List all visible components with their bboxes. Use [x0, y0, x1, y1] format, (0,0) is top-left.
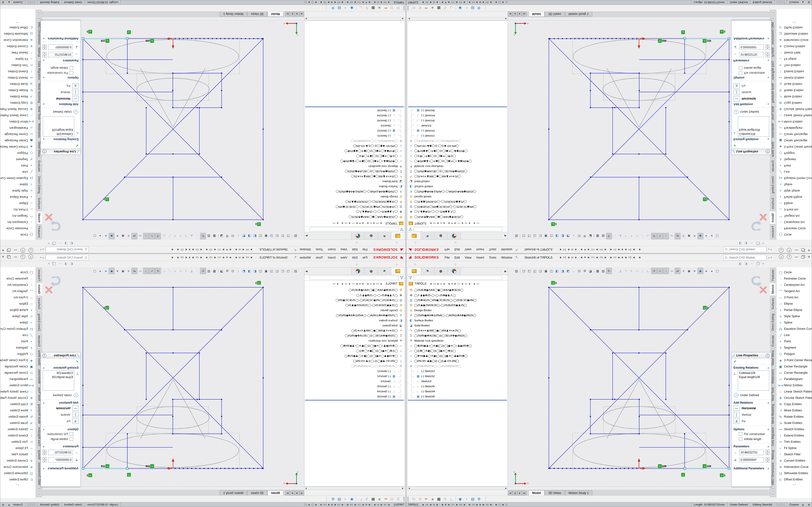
document-tab[interactable]: 3D Views [545, 490, 565, 495]
sketch-tool-item[interactable]: ○ Ellipse [0, 300, 35, 307]
close-button[interactable]: ✕ [808, 255, 810, 259]
sketch-tool-item[interactable]: # Segment [777, 156, 812, 163]
sketch-tool-item[interactable]: ⧉ Copy Entities [0, 401, 35, 407]
restore-button[interactable] [801, 256, 804, 259]
panel-help-icon[interactable]: ? [42, 353, 46, 357]
bottom-toolbar-icon[interactable]: ⧉ [389, 496, 395, 502]
bottom-toolbar-icon[interactable]: ⚙ [330, 5, 336, 11]
bottom-toolbar-icon[interactable]: ◉ [349, 5, 355, 11]
sketch-tool-item[interactable]: ◲ Silhouette Entities [777, 470, 812, 476]
document-tab[interactable]: Model [528, 12, 545, 17]
tab-propertymanager[interactable]: ⚑ [378, 268, 391, 275]
document-tab[interactable]: Motion Study 1 [565, 490, 592, 495]
tab-configurationmanager[interactable]: ⊕ [434, 268, 448, 275]
child-minimize-button[interactable]: — [750, 262, 753, 265]
sketch-tool-item[interactable]: ⇲ Scale Entities [777, 420, 812, 426]
feature-tree-item[interactable]: ◪ Solid Bodies [408, 323, 507, 328]
tab-nav-first-icon[interactable]: |◀ [300, 12, 304, 16]
feature-tree-item[interactable]: ▱ ◯✥Ч9◉♟◯✳◉[◯◎◯]◉✳◯♟◉9Ч✥◯ [408, 149, 507, 154]
sketch-tool-item[interactable]: ◲ Silhouette Entities [0, 470, 35, 476]
spinner[interactable]: ▲▼ [42, 450, 47, 455]
feature-tree-item[interactable]: ≜ Material <not specified> [408, 338, 507, 343]
sketch-tool-item[interactable]: ∷ Linear Sketch Pattern [0, 388, 35, 395]
bottom-toolbar-icon[interactable]: ┊ [455, 496, 457, 502]
sketch-tool-item[interactable]: ◜ Sketch Fillet [777, 451, 812, 457]
tab-featuremanager[interactable] [408, 232, 421, 239]
filter-input[interactable] [310, 276, 399, 280]
relation-item[interactable]: Collinear108 [44, 132, 73, 136]
feature-tree-item[interactable]: ≜ Material <not specified> [305, 164, 404, 169]
tab-nav-next-icon[interactable]: ▶ [290, 12, 295, 16]
feature-tree-item[interactable]: ❂ ◯25♟◉25И3E25◯◦◯253EИ25◉♟25◯ [408, 200, 507, 205]
sketch-tool-item[interactable]: # Segment [0, 344, 35, 351]
relation-item[interactable]: Collinear108 [739, 132, 768, 136]
sketch-tool-item[interactable]: ↻ Rotate Entities [0, 87, 35, 94]
add-relations-header[interactable]: Add Relations∧ [41, 102, 81, 107]
bottom-toolbar-icon[interactable]: ≡ [376, 5, 383, 11]
user-account-icon[interactable]: ☺ [779, 248, 783, 252]
existing-relations-header[interactable]: Existing Relations∧ [731, 364, 771, 370]
sketch-tree-item[interactable]: ∟ (-) Sketch4 [305, 389, 404, 394]
add-relation-button[interactable]: — Horizontal [731, 96, 771, 102]
sketch-tool-item[interactable]: ∿ Style Spline [0, 313, 35, 320]
splitter-dot[interactable] [414, 264, 416, 265]
menu-item[interactable]: View [338, 247, 350, 252]
feature-tree-item[interactable]: ▥ ◯25✥3E25◯ИN◉ƆC3E25◯◦◯253EƆC◉ИN◯ [305, 205, 404, 210]
splitter-dot[interactable] [356, 264, 357, 265]
filter-input[interactable] [310, 227, 399, 231]
panel-ok-button[interactable]: ✔ [41, 358, 81, 364]
sketch-tree-item[interactable]: ∟ (-) Sketch4 [408, 113, 507, 118]
sketch-tool-item[interactable]: ↦ Stretch Entities [777, 74, 812, 81]
menu-item[interactable]: Tools [313, 255, 325, 260]
sketch-tool-item[interactable]: ▪ Point [777, 163, 812, 169]
feature-tree-item[interactable]: ◧ Surface Bodies [408, 318, 507, 323]
minimize-button[interactable]: — [795, 248, 798, 252]
child-restore-button[interactable] [53, 242, 56, 244]
minimize-button[interactable]: — [14, 255, 17, 259]
sketch-tool-item[interactable]: ⧈ Convert Entities [0, 457, 35, 464]
tabs-overflow-icon[interactable]: ▶ [305, 270, 307, 273]
parameters-header[interactable]: Parameters∧ [41, 58, 81, 64]
relation-item[interactable]: Collinear108 [44, 371, 73, 375]
sketch-tool-item[interactable]: ◖ Partial Ellipse [777, 194, 812, 200]
scroll-left-icon[interactable]: ◀ [408, 487, 411, 489]
feature-tree-item[interactable]: A ◯25ИN◉✥A✥◎ИNA◯◦◯AИN◎✥A✥◉ИN25◯ [408, 189, 507, 194]
menu-item[interactable]: Tools [313, 247, 325, 252]
tab-displaymanager[interactable] [448, 268, 461, 275]
sketch-tool-item[interactable]: ⊳⊲ Mirror Entities [777, 119, 812, 125]
sketch-tree-item[interactable]: ∟ (-) Sketch5 [305, 118, 404, 123]
sketch-tool-item[interactable]: ◈ 3 Point Center Recta... [0, 144, 35, 150]
tab-nav-prev-icon[interactable]: ◀ [295, 12, 299, 16]
prev-doc-icon[interactable]: ◧ [739, 242, 742, 245]
feature-tree-item[interactable]: ⊥ ◯ИN◦9©◦♟◉◯◎◦◯◎♟◦©9◦ИN◯ [408, 144, 507, 149]
sketch-tool-item[interactable]: ⊏ Offset Entities [777, 476, 812, 483]
bottom-toolbar-icon[interactable]: ◔ [343, 496, 349, 502]
sketch-tool-item[interactable]: ▣ Center Rectangle [0, 137, 35, 144]
scroll-left-icon[interactable]: ◀ [401, 18, 404, 20]
toolbar-drag-handle[interactable] [403, 6, 405, 10]
feature-tree-item[interactable]: A ◯25ИN◉✥A✥◎ИNA◯◦◯AИN◎✥A✥◉ИN25◯ [305, 189, 404, 194]
tab-nav-prev-icon[interactable]: ◀ [513, 12, 517, 16]
bottom-toolbar-icon[interactable]: ∟ [448, 496, 455, 502]
bottom-toolbar-icon[interactable]: ✏ [423, 496, 429, 502]
sketch-canvas[interactable] [42, 21, 304, 240]
tree-hscrollbar[interactable]: ◀▶ [304, 487, 405, 490]
sketch-tool-item[interactable]: ⌢ Centerpoint Arc [0, 282, 35, 288]
sketch-tool-item[interactable]: ╱ Line [0, 169, 35, 175]
more-tools-chevron-icon[interactable]: ⌄⌄ [777, 21, 812, 24]
sketch-tool-item[interactable]: ⌓ 3 Point Arc [777, 294, 812, 300]
sketch-tool-item[interactable]: ⇲ Scale Entities [777, 81, 812, 87]
sketch-tool-item[interactable]: ⬡ Polygon [0, 150, 35, 156]
sketch-tool-item[interactable]: ╱ Line [777, 332, 812, 338]
tab-nav-last-icon[interactable]: ▶| [285, 491, 290, 495]
document-tab[interactable]: Model [528, 490, 545, 495]
bottom-toolbar-icon[interactable]: ✏ [383, 5, 389, 11]
child-minimize-button[interactable]: — [59, 242, 62, 245]
tab-nav-next-icon[interactable]: ▶ [517, 12, 522, 16]
bottom-toolbar-icon[interactable]: ⧉ [389, 5, 395, 11]
scroll-right-icon[interactable]: ▶ [505, 487, 507, 489]
sketch-tool-item[interactable]: ⌒ Tangent Arc [777, 213, 812, 219]
feature-tree-item[interactable]: Σ ◯25ИN◉✥AU3E◯◎◯3EUA✥◉ИN25◯ [408, 169, 507, 174]
document-tab[interactable]: Motion Study 1 [220, 12, 247, 17]
bottom-toolbar-icon[interactable]: ▦ [436, 5, 442, 11]
